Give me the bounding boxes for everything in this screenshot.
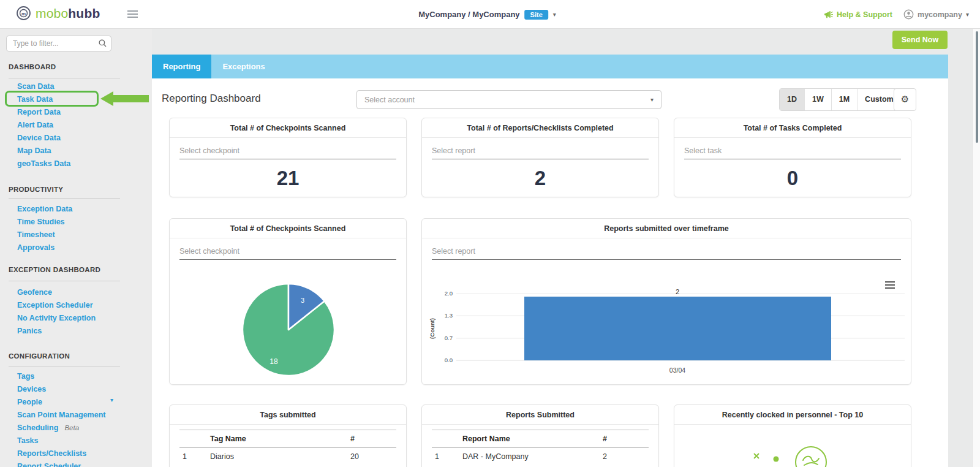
- y-axis-label: (Count): [429, 318, 435, 339]
- sidebar-item-time-studies[interactable]: Time Studies: [17, 218, 65, 226]
- column-header-report-name: Report Name: [462, 435, 603, 443]
- stat-card-reports: Total # of Reports/Checklists Completed …: [421, 118, 659, 197]
- sidebar-item-approvals[interactable]: Approvals: [17, 243, 55, 252]
- task-select[interactable]: Select task: [684, 146, 901, 159]
- scrollbar-thumb[interactable]: [976, 31, 978, 143]
- sidebar-item-panics[interactable]: Panics: [17, 327, 42, 335]
- pointer-arrow-icon: [100, 91, 113, 106]
- section-title-exception-dashboard: EXCEPTION DASHBOARD: [9, 266, 100, 273]
- range-button-1m[interactable]: 1M: [832, 89, 858, 110]
- x-tick: 03/04: [669, 366, 685, 374]
- sidebar-item-report-scheduler[interactable]: Report Scheduler: [17, 462, 81, 467]
- checkpoint-select[interactable]: Select checkpoint: [179, 146, 396, 159]
- menu-hamburger-icon[interactable]: [127, 10, 138, 20]
- personnel-card: Recently clocked in personnel - Top 10: [674, 404, 911, 467]
- card-title: Recently clocked in personnel - Top 10: [674, 405, 911, 425]
- app-screen: m mobohubb MyCompany / MyCompany Site ▾ …: [0, 0, 980, 467]
- card-title: Tags submitted: [170, 405, 406, 425]
- sidebar-filter-input[interactable]: [6, 36, 111, 51]
- table-row[interactable]: 1 DAR - MyCompany 2: [432, 448, 649, 465]
- reports-table: Report Name # 1 DAR - MyCompany 2: [432, 430, 649, 465]
- reports-submitted-card: Reports Submitted Report Name # 1 DAR - …: [421, 404, 659, 467]
- card-title: Total # of Reports/Checklists Completed: [422, 118, 658, 138]
- card-title: Total # of Checkpoints Scanned: [170, 118, 406, 138]
- section-title-configuration: CONFIGURATION: [9, 352, 70, 360]
- sidebar-item-devices[interactable]: Devices: [17, 385, 46, 393]
- sidebar-item-scheduling[interactable]: SchedulingBeta: [17, 423, 79, 432]
- tags-submitted-card: Tags submitted Tag Name # 1 Diarios 20: [169, 404, 407, 467]
- sidebar-item-scan-data[interactable]: Scan Data: [17, 82, 54, 91]
- gear-icon[interactable]: ⚙: [894, 88, 916, 111]
- account-menu[interactable]: mycompany ▾: [903, 9, 969, 20]
- chevron-down-icon: ▾: [650, 97, 654, 103]
- site-badge: Site: [525, 10, 548, 20]
- sidebar-item-scan-point-management[interactable]: Scan Point Management: [17, 411, 105, 419]
- account-select-placeholder: Select account: [364, 96, 650, 104]
- y-tick: 2.0: [445, 290, 453, 297]
- scrollbar-track[interactable]: [972, 29, 980, 467]
- divider: [9, 281, 120, 281]
- user-icon: [903, 9, 914, 20]
- sidebar-item-no-activity-exception[interactable]: No Activity Exception: [17, 314, 96, 322]
- sidebar-item-exception-scheduler[interactable]: Exception Scheduler: [17, 301, 93, 309]
- divider: [9, 78, 120, 78]
- card-title: Total # of Checkpoints Scanned: [170, 219, 406, 238]
- card-title: Reports Submitted: [422, 405, 658, 425]
- range-button-1w[interactable]: 1W: [805, 89, 832, 110]
- sidebar-item-alert-data[interactable]: Alert Data: [17, 121, 53, 129]
- tab-bar: Reporting Exceptions: [152, 55, 948, 78]
- beta-badge: Beta: [64, 424, 79, 431]
- sidebar-item-report-data[interactable]: Report Data: [17, 108, 61, 116]
- row-index: 1: [432, 452, 462, 461]
- tab-exceptions[interactable]: Exceptions: [211, 55, 276, 78]
- reports-completed-value: 2: [422, 167, 658, 190]
- row-index: 1: [179, 452, 210, 461]
- time-range-group: 1D 1W 1M Custom: [779, 88, 902, 111]
- page-title: Reporting Dashboard: [162, 93, 261, 105]
- checkpoints-scanned-value: 21: [170, 167, 406, 190]
- help-support-link[interactable]: Help & Support: [824, 10, 892, 19]
- tab-reporting[interactable]: Reporting: [152, 55, 211, 78]
- logo-link[interactable]: m mobohubb: [16, 6, 100, 21]
- sidebar-item-tasks[interactable]: Tasks: [17, 436, 39, 445]
- pie-label-green: 18: [270, 357, 278, 366]
- column-header-count: #: [350, 435, 396, 443]
- checkpoint-select[interactable]: Select checkpoint: [179, 247, 396, 260]
- bar-03-04[interactable]: [524, 297, 831, 360]
- report-select[interactable]: Select report: [432, 247, 901, 260]
- chevron-down-icon: ▾: [966, 12, 969, 18]
- chevron-down-icon: ▾: [110, 397, 113, 403]
- y-tick: 0.0: [445, 357, 453, 363]
- table-header-row: Report Name #: [432, 430, 649, 448]
- stat-card-checkpoints: Total # of Checkpoints Scanned Select ch…: [169, 118, 407, 197]
- help-support-label: Help & Support: [837, 10, 892, 19]
- sidebar-item-device-data[interactable]: Device Data: [17, 134, 61, 142]
- range-button-1d[interactable]: 1D: [780, 89, 805, 110]
- sidebar-item-timesheet[interactable]: Timesheet: [17, 230, 55, 239]
- column-header-count: #: [603, 435, 649, 443]
- chevron-down-icon: ▾: [553, 12, 556, 18]
- tag-count: 20: [350, 452, 396, 461]
- sidebar-item-task-data[interactable]: Task Data: [17, 95, 53, 104]
- sidebar-item-reports-checklists[interactable]: Reports/Checklists: [17, 449, 86, 458]
- search-icon: [99, 39, 107, 47]
- column-header-tag-name: Tag Name: [210, 435, 350, 443]
- send-now-button[interactable]: Send Now: [892, 31, 948, 49]
- sidebar-item-geofence[interactable]: Geofence: [17, 288, 52, 297]
- sidebar-item-tags[interactable]: Tags: [17, 372, 34, 381]
- report-select[interactable]: Select report: [432, 146, 649, 159]
- company-selector[interactable]: MyCompany / MyCompany Site ▾: [418, 0, 556, 29]
- sidebar-item-geotasks-data[interactable]: geoTasks Data: [17, 159, 70, 168]
- sidebar-item-exception-data[interactable]: Exception Data: [17, 205, 72, 213]
- report-count: 2: [603, 452, 649, 461]
- empty-state-illustration: [736, 442, 858, 467]
- account-select[interactable]: Select account ▾: [356, 90, 662, 109]
- pie-chart-card: Total # of Checkpoints Scanned Select ch…: [169, 218, 407, 385]
- megaphone-icon: [824, 10, 833, 19]
- sidebar-item-map-data[interactable]: Map Data: [17, 146, 51, 155]
- sidebar-item-people[interactable]: People▾: [17, 398, 127, 406]
- table-row[interactable]: 1 Diarios 20: [179, 448, 396, 465]
- mobohubb-logo-icon: m: [16, 6, 31, 21]
- sidebar: DASHBOARD Scan Data Task Data Report Dat…: [0, 29, 152, 467]
- tag-name: Diarios: [210, 452, 350, 461]
